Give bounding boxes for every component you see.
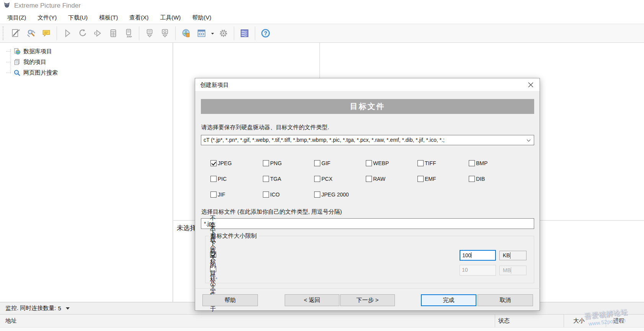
format-checkbox-emf[interactable]: EMF: [417, 174, 469, 183]
toolbar-templates-button[interactable]: [237, 26, 252, 41]
connections-count: 5: [58, 305, 61, 312]
checkbox-unchecked-icon: [417, 160, 424, 166]
toolbar-list-dropdown-button[interactable]: [209, 26, 216, 41]
format-checkbox-raw[interactable]: RAW: [366, 174, 417, 183]
project-tree-panel: 数据库项目我的项目网页图片搜索: [0, 43, 173, 302]
toolbar-settings-button[interactable]: [216, 26, 231, 41]
format-checkbox-pic[interactable]: PIC: [210, 174, 263, 183]
tree-guide-line: [6, 62, 11, 62]
toolbar-download-button[interactable]: [142, 26, 157, 41]
target-files-input[interactable]: *.jp*: [201, 218, 534, 229]
menu-item[interactable]: 工具(W): [154, 11, 186, 24]
toolbar-image-list-button[interactable]: [194, 26, 209, 41]
toolbar-separator: [175, 26, 176, 40]
menu-item[interactable]: 帮助(V): [186, 11, 217, 24]
toolbar-browser-button[interactable]: [178, 26, 194, 41]
format-checkbox-label: PNG: [270, 160, 282, 166]
connections-dropdown-icon[interactable]: [66, 307, 70, 310]
format-checkbox-webp[interactable]: WEBP: [366, 159, 417, 168]
menu-item[interactable]: 下载(U): [62, 11, 93, 24]
list-dropdown-icon: [210, 28, 215, 38]
chevron-down-icon: [510, 252, 510, 259]
column-header-size[interactable]: 大小: [573, 317, 585, 325]
toolbar-start-download-button[interactable]: [60, 26, 75, 41]
max-size-checkbox[interactable]: 不要下载大的目标文件, 大于: [210, 264, 216, 274]
column-header-status[interactable]: 状态: [498, 317, 510, 325]
column-header-address[interactable]: 地址: [5, 317, 17, 325]
monitor-label: 监控. 同时连接数量:: [5, 305, 56, 312]
sidebar-item-label: 网页图片搜索: [23, 69, 58, 76]
sidebar-item-1[interactable]: 数据库项目: [6, 46, 58, 57]
database-icon: [108, 28, 118, 38]
toolbar-new-project-button[interactable]: [8, 26, 23, 41]
checkbox-checked-icon: [210, 160, 217, 166]
format-checkbox-ico[interactable]: ICO: [263, 190, 314, 199]
format-checkbox-pcx[interactable]: PCX: [314, 174, 366, 183]
help-button[interactable]: 帮助: [202, 294, 258, 306]
format-checkbox-label: EMF: [425, 176, 436, 182]
toolbar-restart-download-button[interactable]: [75, 26, 90, 41]
toolbar-download-images-button[interactable]: [157, 26, 173, 41]
toolbar-help-button[interactable]: ?: [258, 26, 273, 41]
min-size-value: 100: [462, 252, 471, 258]
web-image-search-icon: [13, 69, 21, 76]
min-size-unit-select[interactable]: KB: [499, 251, 527, 260]
download-list-header: 地址 状态 大小 进程: [0, 314, 644, 327]
min-size-input[interactable]: 100: [460, 250, 496, 261]
menu-item[interactable]: 查看(X): [124, 11, 154, 24]
dialog-close-button[interactable]: [522, 78, 540, 91]
toolbar-database-button[interactable]: [106, 26, 121, 41]
menu-item[interactable]: 文件(Y): [32, 11, 62, 24]
sidebar-item-3[interactable]: 网页图片搜索: [6, 67, 58, 78]
toolbar-comment-button[interactable]: [39, 26, 54, 41]
checkbox-unchecked-icon: [263, 176, 269, 182]
format-checkbox-dib[interactable]: DIB: [469, 174, 487, 183]
help-icon: ?: [261, 28, 271, 38]
format-checkbox-jpeg[interactable]: JPEG: [210, 159, 263, 168]
finish-button[interactable]: 完成: [421, 294, 476, 306]
file-type-combobox[interactable]: cT (*.jp*, *.pn*, *.gif, *.webp, *.tif,*…: [201, 135, 534, 145]
next-button[interactable]: 下一步 >: [340, 294, 395, 306]
format-checkbox-tiff[interactable]: TIFF: [417, 159, 469, 168]
format-checkbox-jpeg-2000[interactable]: JPEG 2000: [314, 190, 366, 199]
format-checkbox-label: ICO: [270, 191, 280, 198]
format-checkbox-label: PIC: [218, 176, 227, 182]
sidebar-item-2[interactable]: 我的项目: [6, 57, 58, 67]
checkbox-unchecked-icon: [314, 160, 320, 166]
cancel-button[interactable]: 取消: [478, 294, 533, 306]
restart-download-icon: [78, 28, 88, 38]
wizard-step-banner: 目标文件: [201, 99, 534, 114]
checkbox-unchecked-icon: [263, 191, 269, 198]
app-window: Extreme Picture Finder 项目(Z)文件(Y)下载(U)模板…: [0, 0, 644, 331]
column-separator[interactable]: [495, 315, 495, 327]
menu-item[interactable]: 项目(Z): [2, 11, 32, 24]
column-separator[interactable]: [564, 315, 564, 327]
menu-item[interactable]: 模板(T): [93, 11, 124, 24]
text-caret: [471, 252, 471, 258]
create-project-dialog: 创建新项目 目标文件 请选择要保存到硬盘驱动器、目标文件的文件类型. cT (*…: [195, 78, 540, 311]
toolbar-continue-download-button[interactable]: [90, 26, 106, 41]
format-checkbox-gif[interactable]: GIF: [314, 159, 366, 168]
column-header-progress[interactable]: 进程: [613, 317, 624, 325]
format-checkbox-jif[interactable]: JIF: [210, 190, 263, 199]
tree-guide-line: [6, 73, 11, 73]
sidebar-item-label: 我的项目: [23, 58, 46, 66]
my-projects-icon: [13, 58, 21, 66]
checkbox-unchecked-icon: [417, 176, 424, 182]
format-checkbox-label: RAW: [373, 176, 385, 182]
format-checkbox-png[interactable]: PNG: [263, 159, 314, 168]
format-checkbox-label: TIFF: [425, 160, 436, 166]
toolbar-separator: [57, 26, 57, 40]
column-separator[interactable]: [606, 315, 606, 327]
new-project-icon: [11, 28, 21, 38]
toolbar-project-wizard-button[interactable]: [23, 26, 39, 41]
toolbar-queue-button[interactable]: [121, 26, 136, 41]
queue-icon: [124, 28, 134, 38]
format-checkbox-tga[interactable]: TGA: [263, 174, 314, 183]
button-strip-divider: [196, 288, 540, 289]
format-checkbox-bmp[interactable]: BMP: [469, 159, 487, 168]
max-size-value: 10: [462, 267, 468, 273]
toolbar-grip-handle[interactable]: [3, 26, 5, 40]
back-button[interactable]: < 返回: [285, 294, 339, 306]
format-checkbox-label: BMP: [476, 160, 487, 166]
